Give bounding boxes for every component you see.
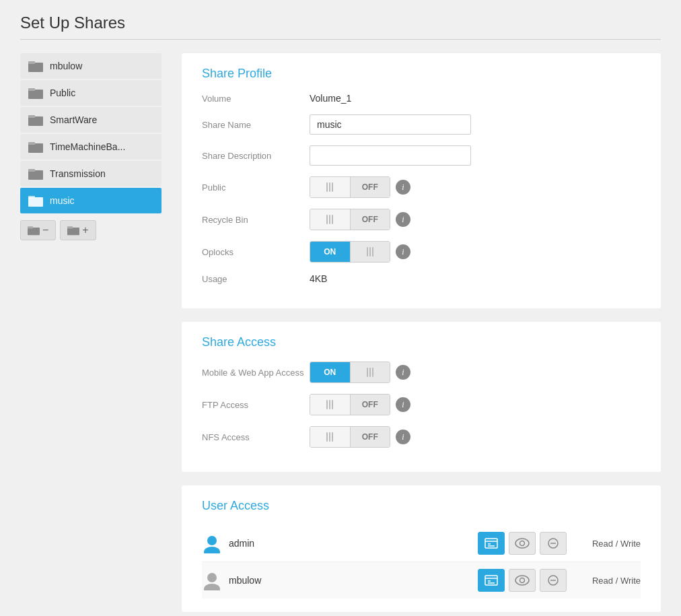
- svg-rect-13: [28, 226, 33, 228]
- recycle-bin-row: Recycle Bin OFF: [202, 209, 641, 230]
- mbulow-permission: Read / Write: [580, 576, 641, 586]
- public-toggle-on: [310, 177, 350, 197]
- user-avatar-mbulow: [202, 570, 222, 590]
- mbulow-view-button[interactable]: [509, 569, 536, 592]
- sidebar-item-mbulow[interactable]: mbulow: [20, 53, 162, 79]
- ftp-toggle-off-label: OFF: [351, 395, 390, 415]
- svg-rect-14: [67, 228, 79, 235]
- recycle-bin-info-icon[interactable]: i: [396, 212, 410, 227]
- remove-icon-mbulow: [548, 575, 559, 586]
- sidebar-item-label-mbulow: mbulow: [50, 61, 82, 71]
- top-divider: [20, 39, 661, 40]
- recycle-bin-label: Recycle Bin: [202, 215, 310, 225]
- folder-icon-timemachine: [28, 141, 43, 153]
- share-name-input[interactable]: [310, 114, 471, 135]
- svg-rect-5: [28, 115, 35, 118]
- public-row: Public OFF: [202, 176, 641, 198]
- folder-plus-icon: [67, 225, 79, 236]
- svg-point-16: [207, 536, 217, 545]
- folder-icon-music: [28, 195, 43, 207]
- volume-label: Volume: [202, 94, 310, 104]
- oplocks-toggle-on-label: ON: [310, 242, 350, 262]
- public-toggle-off-label: OFF: [351, 177, 390, 197]
- mobile-web-row: Mobile & Web App Access ON: [202, 362, 641, 383]
- oplocks-toggle[interactable]: ON: [310, 241, 390, 263]
- content-area: Share Profile Volume Volume_1 Share Name…: [182, 53, 661, 616]
- sidebar-item-public[interactable]: Public: [20, 80, 162, 106]
- eye-icon: [515, 538, 530, 549]
- svg-rect-6: [28, 143, 43, 153]
- sidebar-item-smartware[interactable]: SmartWare: [20, 107, 162, 133]
- svg-rect-8: [28, 170, 43, 180]
- admin-permission: Read / Write: [580, 539, 641, 549]
- ftp-toggle[interactable]: OFF: [310, 394, 390, 415]
- nfs-toggle[interactable]: OFF: [310, 426, 390, 448]
- user-actions-admin: [478, 532, 567, 555]
- sidebar-item-label-smartware: SmartWare: [50, 114, 97, 125]
- toggle-lines-mobile: [367, 368, 373, 377]
- public-info-icon[interactable]: i: [396, 180, 410, 195]
- folder-icon-transmission: [28, 168, 43, 180]
- user-row-mbulow: mbulow: [202, 562, 641, 598]
- usage-value: 4KB: [310, 273, 327, 284]
- user-access-title: User Access: [202, 499, 641, 513]
- nfs-row: NFS Access OFF: [202, 426, 641, 448]
- svg-point-33: [520, 578, 525, 583]
- user-avatar-admin: [202, 533, 222, 553]
- mbulow-remove-button[interactable]: [540, 569, 567, 592]
- share-profile-title: Share Profile: [202, 67, 641, 81]
- svg-rect-28: [485, 576, 497, 585]
- nfs-info-icon[interactable]: i: [396, 430, 410, 444]
- ftp-toggle-container: OFF i: [310, 394, 410, 415]
- nfs-toggle-off-label: OFF: [351, 427, 390, 447]
- mobile-web-info-icon[interactable]: i: [396, 365, 410, 380]
- share-description-label: Share Description: [202, 151, 310, 161]
- share-name-row: Share Name: [202, 114, 641, 135]
- mbulow-edit-button[interactable]: [478, 569, 505, 592]
- sidebar-item-music[interactable]: music: [20, 188, 162, 213]
- oplocks-toggle-container: ON i: [310, 241, 410, 263]
- svg-rect-15: [67, 226, 73, 228]
- public-toggle-container: OFF i: [310, 176, 410, 198]
- recycle-bin-toggle-off-label: OFF: [351, 209, 390, 230]
- oplocks-label: Oplocks: [202, 247, 310, 257]
- page-container: Set Up Shares mbulow: [0, 0, 681, 616]
- ftp-toggle-on: [310, 395, 350, 415]
- oplocks-info-icon[interactable]: i: [396, 244, 410, 259]
- admin-remove-button[interactable]: [540, 532, 567, 555]
- svg-point-27: [204, 584, 220, 590]
- sidebar-item-transmission[interactable]: Transmission: [20, 161, 162, 186]
- svg-rect-4: [28, 116, 43, 126]
- user-row-admin: admin: [202, 525, 641, 562]
- ftp-info-icon[interactable]: i: [396, 397, 410, 412]
- admin-view-button[interactable]: [509, 532, 536, 555]
- sidebar: mbulow Public SmartWar: [20, 53, 162, 616]
- svg-point-17: [204, 547, 220, 553]
- recycle-bin-toggle[interactable]: OFF: [310, 209, 390, 230]
- sidebar-item-label-music: music: [50, 195, 75, 206]
- svg-point-32: [515, 576, 529, 585]
- nfs-toggle-container: OFF i: [310, 426, 410, 448]
- main-layout: mbulow Public SmartWar: [20, 53, 661, 616]
- admin-edit-button[interactable]: [478, 532, 505, 555]
- volume-row: Volume Volume_1: [202, 93, 641, 104]
- remove-share-button[interactable]: −: [20, 220, 56, 240]
- mobile-web-label: Mobile & Web App Access: [202, 368, 310, 378]
- folder-icon: [28, 60, 43, 72]
- minus-symbol: −: [42, 225, 48, 236]
- svg-rect-12: [28, 228, 40, 235]
- svg-rect-1: [28, 61, 35, 64]
- add-share-button[interactable]: +: [60, 220, 96, 240]
- remove-icon: [548, 538, 559, 549]
- volume-value: Volume_1: [310, 93, 351, 104]
- public-toggle[interactable]: OFF: [310, 176, 390, 198]
- user-name-admin: admin: [229, 538, 478, 549]
- share-description-input[interactable]: [310, 145, 471, 166]
- ftp-row: FTP Access OFF: [202, 394, 641, 415]
- recycle-bin-toggle-container: OFF i: [310, 209, 410, 230]
- folder-icon-smartware: [28, 114, 43, 126]
- oplocks-toggle-off: [351, 242, 390, 262]
- sidebar-item-timemachine[interactable]: TimeMachineBa...: [20, 134, 162, 160]
- nfs-toggle-on: [310, 427, 350, 447]
- mobile-web-toggle[interactable]: ON: [310, 362, 390, 383]
